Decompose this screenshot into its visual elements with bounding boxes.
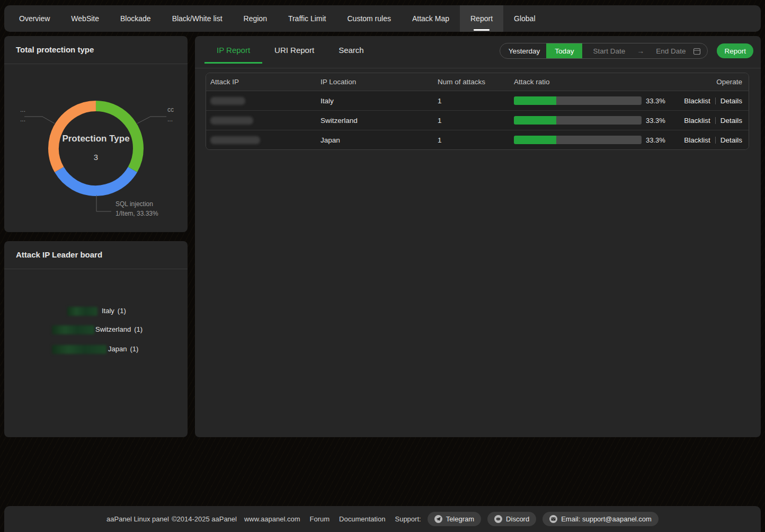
nav-item-blockade[interactable]: Blockade [110,5,162,32]
ratio-bar-track [514,96,642,105]
nav-item-website[interactable]: WebSite [60,5,110,32]
header-attack-ratio: Attack ratio [514,78,679,86]
nav-item-region[interactable]: Region [233,5,278,32]
discord-icon [494,515,502,523]
telegram-button[interactable]: Telegram [428,512,481,526]
leaderboard-country: Switzerland [95,325,131,333]
redacted-ip [210,117,253,125]
ratio-percent-label: 33.3% [646,136,665,144]
protection-card-title: Total protection type [4,36,188,64]
donut-label-sql-injection: SQL injection 1/Item, 33.33% [115,199,158,218]
generate-report-button[interactable]: Report [717,43,753,58]
details-link[interactable]: Details [720,97,742,105]
details-link[interactable]: Details [720,136,742,144]
end-date-placeholder[interactable]: End Date [656,47,686,55]
start-date-placeholder[interactable]: Start Date [593,47,625,55]
nav-item-overview[interactable]: Overview [8,5,60,32]
calendar-icon[interactable] [693,47,701,55]
attack-ip-table: Attack IP IP Location Num of attacks Att… [206,73,749,150]
action-divider [715,97,716,104]
protection-type-donut-chart: Protection Type 3 ... ... cc ... SQL inj… [4,101,188,232]
date-range-picker[interactable]: Start Date → End Date [582,47,707,55]
leaderboard-country: Italy [102,307,114,315]
range-arrow-icon: → [637,47,644,55]
nav-item-attack-map[interactable]: Attack Map [402,5,460,32]
donut-label-cc: cc [167,105,174,114]
donut-label-sql-name: SQL injection [115,199,158,209]
leaderboard-bar-redacted-ip [52,325,94,334]
blacklist-link[interactable]: Blacklist [684,117,710,125]
telegram-label: Telegram [446,515,474,523]
ratio-bar-fill [514,96,556,105]
top-navigation: Overview WebSite Blockade Black/White li… [4,5,761,32]
cell-operate: Blacklist Details [679,136,749,144]
leaderboard-bar-redacted-ip [67,307,97,316]
leaderboard-country: Japan [108,345,127,353]
details-link[interactable]: Details [720,117,742,125]
footer-site-link[interactable]: www.aapanel.com [244,515,300,523]
redacted-ip [210,136,260,144]
cell-ip-location: Italy [321,97,438,105]
page-footer: aaPanel Linux panel ©2014-2025 aaPanel w… [4,506,761,532]
nav-item-report[interactable]: Report [460,5,503,32]
leaderboard-count: (1) [118,307,126,315]
footer-brand: aaPanel Linux panel [106,515,169,523]
header-attack-ip: Attack IP [206,78,321,86]
report-panel-header: IP Report URI Report Search Yesterday To… [195,36,761,68]
blacklist-link[interactable]: Blacklist [684,97,710,105]
nav-item-black-white-list[interactable]: Black/White list [162,5,233,32]
cell-attack-ratio: 33.3% [514,96,679,105]
attack-ip-leaderboard-card: Attack IP Leader board Italy(1) Switzerl… [4,241,188,437]
table-row: Japan 1 33.3% Blacklist Details [206,130,749,149]
header-ip-location: IP Location [321,78,438,86]
date-range-group: Yesterday Today Start Date → End Date [500,43,708,59]
footer-copyright: ©2014-2025 aaPanel [172,515,237,523]
report-panel: IP Report URI Report Search Yesterday To… [195,36,761,437]
yesterday-button[interactable]: Yesterday [500,43,547,58]
total-protection-type-card: Total protection type Protection Type 3 … [4,36,188,232]
footer-documentation-link[interactable]: Documentation [339,515,385,523]
leaderboard-body: Italy(1) Switzerland(1) Japan(1) [4,269,188,437]
donut-label-left-line2: ... [20,114,25,124]
cell-ip-location: Japan [321,136,438,144]
action-divider [715,137,716,144]
donut-label-sql-value: 1/Item, 33.33% [115,209,158,218]
cell-ip-location: Switzerland [321,117,438,125]
table-header-row: Attack IP IP Location Num of attacks Att… [206,73,749,91]
discord-button[interactable]: Discord [487,512,536,526]
footer-support-label: Support: [395,515,421,523]
ratio-bar-track [514,116,642,125]
ratio-bar-fill [514,116,556,125]
header-num-of-attacks: Num of attacks [438,78,514,86]
cell-operate: Blacklist Details [679,97,749,105]
donut-label-right-line2: ... [167,114,174,124]
table-row: Italy 1 33.3% Blacklist Details [206,91,749,111]
tab-search[interactable]: Search [326,36,376,64]
ratio-bar-track [514,136,642,144]
ratio-bar-fill [514,136,556,144]
cell-attack-ip [206,97,321,105]
ratio-percent-label: 33.3% [646,97,665,105]
cell-attack-ip [206,117,321,125]
blacklist-link[interactable]: Blacklist [684,136,710,144]
tab-ip-report[interactable]: IP Report [204,36,262,64]
donut-svg [4,101,188,232]
action-divider [715,117,716,124]
donut-label-left: ... ... [20,105,25,124]
nav-item-global[interactable]: Global [503,5,546,32]
today-button[interactable]: Today [546,43,582,58]
footer-forum-link[interactable]: Forum [309,515,330,523]
label-connector-left [24,117,55,123]
cell-attack-ratio: 33.3% [514,116,679,125]
tab-uri-report[interactable]: URI Report [262,36,326,64]
email-button[interactable]: Email: support@aapanel.com [542,512,659,526]
report-tabs: IP Report URI Report Search [204,36,376,68]
email-label: Email: support@aapanel.com [561,515,652,523]
cell-attack-ratio: 33.3% [514,136,679,144]
leaderboard-item: Italy(1) [102,307,126,315]
cell-operate: Blacklist Details [679,117,749,125]
nav-item-custom-rules[interactable]: Custom rules [337,5,402,32]
nav-item-traffic-limit[interactable]: Traffic Limit [278,5,337,32]
discord-label: Discord [506,515,529,523]
ratio-percent-label: 33.3% [646,117,665,125]
